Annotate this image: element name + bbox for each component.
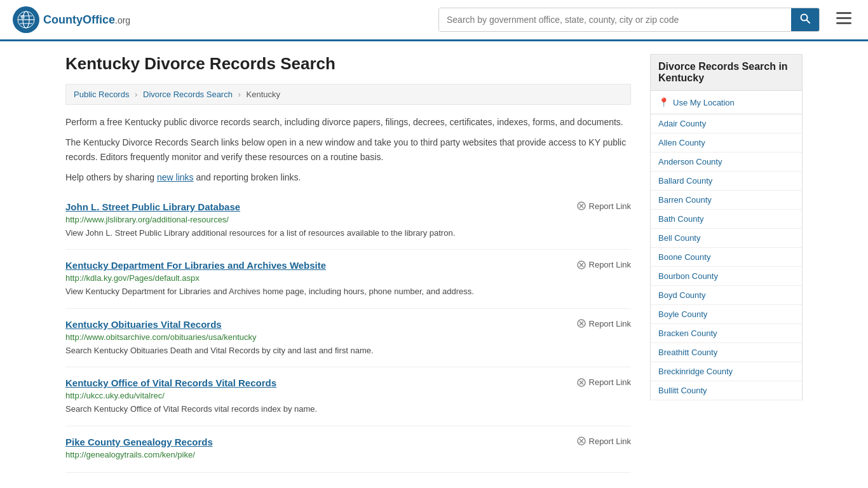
result-item: Pike County Genealogy Records Report Lin… <box>65 426 631 473</box>
page-title: Kentucky Divorce Records Search <box>65 54 631 74</box>
report-link-1[interactable]: Report Link <box>577 260 631 269</box>
result-desc-1: View Kentucky Department for Libraries a… <box>65 285 631 298</box>
county-item-bell-county[interactable]: Bell County <box>651 229 802 248</box>
report-icon <box>577 378 586 387</box>
result-item: Kentucky Obituaries Vital Records Report… <box>65 309 631 368</box>
county-item-breathitt-county[interactable]: Breathitt County <box>651 343 802 362</box>
county-item-barren-county[interactable]: Barren County <box>651 191 802 210</box>
report-icon <box>577 437 586 445</box>
county-item-bourbon-county[interactable]: Bourbon County <box>651 267 802 286</box>
result-item: Kentucky Office of Vital Records Vital R… <box>65 367 631 426</box>
logo-text: CountyOffice.org <box>43 13 130 27</box>
county-item-allen-county[interactable]: Allen County <box>651 133 802 152</box>
result-url-3[interactable]: http://ukcc.uky.edu/vitalrec/ <box>65 391 631 400</box>
svg-rect-11 <box>836 22 851 24</box>
report-icon <box>577 319 586 328</box>
result-title-3[interactable]: Kentucky Office of Vital Records Vital R… <box>65 377 276 388</box>
result-desc-0: View John L. Street Public Library addit… <box>65 227 631 240</box>
result-desc-3: Search Kentucky Office of Vital Records … <box>65 403 631 416</box>
content-area: Kentucky Divorce Records Search Public R… <box>65 54 631 473</box>
result-url-2[interactable]: http://www.obitsarchive.com/obituaries/u… <box>65 332 631 342</box>
site-header: CO CountyOffice.org <box>0 0 868 41</box>
report-icon <box>577 261 586 269</box>
county-item-adair-county[interactable]: Adair County <box>651 114 802 133</box>
result-header: John L. Street Public Library Database R… <box>65 201 631 212</box>
breadcrumb-sep-1: › <box>135 90 137 99</box>
result-title-2[interactable]: Kentucky Obituaries Vital Records <box>65 319 222 330</box>
sidebar-title: Divorce Records Search in Kentucky <box>650 54 803 91</box>
svg-rect-9 <box>836 12 851 14</box>
report-link-0[interactable]: Report Link <box>577 201 631 211</box>
breadcrumb: Public Records › Divorce Records Search … <box>65 84 631 105</box>
county-list: Adair CountyAllen CountyAnderson CountyB… <box>650 114 803 400</box>
county-item-breckinridge-county[interactable]: Breckinridge County <box>651 362 802 381</box>
report-icon <box>577 201 586 210</box>
report-link-2[interactable]: Report Link <box>577 319 631 329</box>
logo-icon: CO <box>13 6 39 33</box>
breadcrumb-public-records[interactable]: Public Records <box>74 90 129 99</box>
result-header: Pike County Genealogy Records Report Lin… <box>65 437 631 447</box>
result-item: John L. Street Public Library Database R… <box>65 191 631 250</box>
result-title-4[interactable]: Pike County Genealogy Records <box>65 437 213 447</box>
county-item-bracken-county[interactable]: Bracken County <box>651 324 802 343</box>
sidebar: Divorce Records Search in Kentucky 📍 Use… <box>650 54 803 473</box>
results-container: John L. Street Public Library Database R… <box>65 191 631 473</box>
county-item-bullitt-county[interactable]: Bullitt County <box>651 381 802 400</box>
svg-line-8 <box>807 20 810 24</box>
county-item-bath-county[interactable]: Bath County <box>651 210 802 229</box>
use-my-location-link[interactable]: Use My Location <box>673 98 735 107</box>
breadcrumb-kentucky: Kentucky <box>247 90 280 99</box>
report-link-3[interactable]: Report Link <box>577 377 631 387</box>
result-url-4[interactable]: http://genealogytrails.com/ken/pike/ <box>65 450 631 459</box>
result-title-1[interactable]: Kentucky Department For Libraries and Ar… <box>65 260 326 271</box>
result-header: Kentucky Office of Vital Records Vital R… <box>65 377 631 388</box>
logo-link[interactable]: CO CountyOffice.org <box>13 6 130 33</box>
main-container: Kentucky Divorce Records Search Public R… <box>53 41 815 485</box>
result-item: Kentucky Department For Libraries and Ar… <box>65 250 631 309</box>
result-header: Kentucky Obituaries Vital Records Report… <box>65 319 631 330</box>
result-url-0[interactable]: http://www.jlslibrary.org/additional-res… <box>65 215 631 224</box>
menu-button[interactable] <box>832 8 855 31</box>
result-header: Kentucky Department For Libraries and Ar… <box>65 260 631 271</box>
svg-text:CO: CO <box>22 16 27 20</box>
description-3: Help others by sharing new links and rep… <box>65 170 631 184</box>
search-button[interactable] <box>791 8 819 31</box>
breadcrumb-divorce-records-search[interactable]: Divorce Records Search <box>143 90 233 99</box>
breadcrumb-sep-2: › <box>238 90 241 99</box>
county-item-anderson-county[interactable]: Anderson County <box>651 152 802 172</box>
result-title-0[interactable]: John L. Street Public Library Database <box>65 201 240 212</box>
county-item-ballard-county[interactable]: Ballard County <box>651 172 802 191</box>
use-my-location[interactable]: 📍 Use My Location <box>650 91 803 114</box>
svg-rect-10 <box>836 17 851 19</box>
search-bar <box>438 8 820 32</box>
new-links-link[interactable]: new links <box>157 172 194 182</box>
location-icon: 📍 <box>658 97 669 107</box>
description-2: The Kentucky Divorce Records Search link… <box>65 135 631 164</box>
county-item-boyd-county[interactable]: Boyd County <box>651 286 802 305</box>
search-input[interactable] <box>439 8 791 31</box>
county-item-boyle-county[interactable]: Boyle County <box>651 305 802 324</box>
county-item-boone-county[interactable]: Boone County <box>651 248 802 267</box>
result-url-1[interactable]: http://kdla.ky.gov/Pages/default.aspx <box>65 273 631 283</box>
report-link-4[interactable]: Report Link <box>577 437 631 446</box>
description-1: Perform a free Kentucky public divorce r… <box>65 115 631 129</box>
result-desc-2: Search Kentucky Obituaries Death and Vit… <box>65 344 631 357</box>
